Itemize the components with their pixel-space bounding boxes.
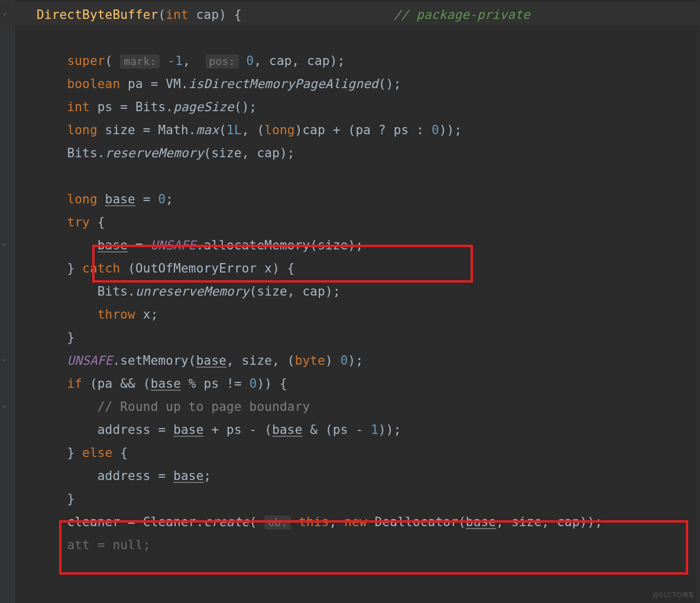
fold-marker-icon[interactable]: ⌄ xyxy=(2,238,7,247)
gutter-divider xyxy=(14,0,15,603)
method-name: DirectByteBuffer xyxy=(37,8,158,22)
comment: // Round up to page boundary xyxy=(98,400,310,414)
watermark: @51CTO博客 xyxy=(653,591,695,599)
scrollbar-marks[interactable] xyxy=(698,0,700,603)
fold-marker-icon[interactable]: ⌄ xyxy=(2,7,7,17)
fold-marker-icon[interactable]: ⌄ xyxy=(2,353,7,362)
blank-line xyxy=(37,31,44,45)
line-number-gutter xyxy=(0,0,14,603)
param-hint: ob: xyxy=(264,516,291,530)
code-editor[interactable]: DirectByteBuffer(int cap) { // package-p… xyxy=(37,4,602,557)
blank-line xyxy=(37,169,44,183)
param-hint: pos: xyxy=(206,54,239,69)
fold-marker-icon[interactable]: ⌄ xyxy=(2,400,7,409)
comment: // package-private xyxy=(394,8,530,22)
param-hint: mark: xyxy=(120,54,160,69)
